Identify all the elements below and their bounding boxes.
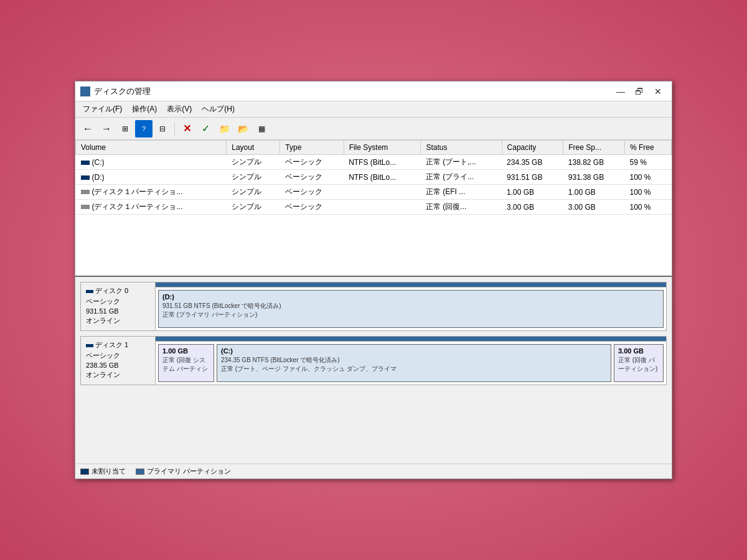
menu-bar: ファイル(F) 操作(A) 表示(V) ヘルプ(H) [75, 101, 672, 118]
col-freespace[interactable]: Free Sp... [563, 141, 625, 155]
title-bar: ディスクの管理 — 🗗 ✕ [75, 82, 672, 101]
col-status[interactable]: Status [421, 141, 502, 155]
col-capacity[interactable]: Capacity [502, 141, 563, 155]
view2-button[interactable]: ⊟ [154, 120, 171, 138]
close-button[interactable]: ✕ [649, 84, 667, 99]
col-pctfree[interactable]: % Free [625, 141, 672, 155]
cell-volume-0: (C:) [76, 155, 227, 170]
folder2-button[interactable]: 📂 [234, 120, 251, 138]
menu-view[interactable]: 表示(V) [162, 103, 197, 116]
cell-pctfree-0: 59 % [625, 155, 672, 170]
cell-type-1: ベーシック [280, 170, 344, 185]
disk1-name: ディスク 1 [86, 340, 150, 350]
cell-freespace-0: 138.82 GB [563, 155, 625, 170]
grid-button[interactable]: ▦ [253, 120, 270, 138]
cell-capacity-1: 931.51 GB [502, 170, 563, 185]
disk1-partition-recovery[interactable]: 3.00 GB 正常 (回復 パーティション) [614, 344, 664, 382]
cell-type-0: ベーシック [280, 155, 344, 170]
disk1-size: 238.35 GB [86, 362, 150, 369]
disk1-header-bar [156, 337, 666, 342]
cell-filesystem-0: NTFS (BitLo... [344, 155, 421, 170]
table-row[interactable]: (ディスク１パーティショ... シンプル ベーシック 正常 (EFI ... 1… [76, 185, 672, 200]
legend-primary: プライマリ パーティション [136, 467, 231, 476]
cell-status-0: 正常 (ブート,... [421, 155, 502, 170]
title-bar-left: ディスクの管理 [80, 86, 151, 97]
disk0-partition-d-info1: 931.51 GB NTFS (BitLocker で暗号化済み) [162, 302, 659, 310]
table-header-row: Volume Layout Type File System Status Ca… [76, 141, 672, 155]
disk-area: ディスク 0 ベーシック 931.51 GB オンライン (D:) 931.51… [75, 277, 672, 464]
separator1 [174, 122, 175, 136]
volume-table: Volume Layout Type File System Status Ca… [75, 140, 672, 215]
disk0-type: ベーシック [86, 297, 150, 306]
disk0-size: 931.51 GB [86, 307, 150, 315]
window-controls: — 🗗 ✕ [612, 84, 667, 99]
cell-capacity-2: 1.00 GB [502, 185, 563, 200]
cell-pctfree-2: 100 % [625, 185, 672, 200]
menu-file[interactable]: ファイル(F) [78, 103, 127, 116]
table-row[interactable]: (C:) シンプル ベーシック NTFS (BitLo... 正常 (ブート,.… [76, 155, 672, 170]
cell-filesystem-1: NTFS (BitLo... [344, 170, 421, 185]
col-filesystem[interactable]: File System [344, 141, 421, 155]
disk1-partition-c[interactable]: (C:) 234.35 GB NTFS (BitLocker で暗号化済み) 正… [217, 344, 611, 382]
help-button[interactable]: ? [135, 120, 153, 138]
disk0-panel: ディスク 0 ベーシック 931.51 GB オンライン (D:) 931.51… [80, 282, 667, 331]
disk1-recovery-title: 3.00 GB [618, 347, 659, 355]
toolbar: ← → ⊞ ? ⊟ ✕ ✓ 📁 📂 ▦ [75, 118, 672, 140]
cell-volume-3: (ディスク１パーティショ... [76, 200, 227, 215]
unallocated-swatch [80, 469, 89, 475]
disk1-type: ベーシック [86, 351, 150, 360]
disk1-partition-efi[interactable]: 1.00 GB 正常 (回復 システム パーティシ [158, 344, 214, 382]
cell-filesystem-2 [344, 185, 421, 200]
disk0-status: オンライン [86, 316, 150, 325]
cell-volume-1: (D:) [76, 170, 227, 185]
disk1-efi-title: 1.00 GB [162, 347, 210, 355]
cell-type-2: ベーシック [280, 185, 344, 200]
table-row[interactable]: (D:) シンプル ベーシック NTFS (BitLo... 正常 (プライ..… [76, 170, 672, 185]
cell-capacity-0: 234.35 GB [502, 155, 563, 170]
table-row[interactable]: (ディスク１パーティショ... シンプル ベーシック 正常 (回復... 3.0… [76, 200, 672, 215]
app-icon [80, 86, 90, 96]
cell-capacity-3: 3.00 GB [502, 200, 563, 215]
primary-label: プライマリ パーティション [147, 467, 231, 476]
cell-pctfree-3: 100 % [625, 200, 672, 215]
cell-layout-1: シンプル [227, 170, 280, 185]
check-button[interactable]: ✓ [197, 120, 214, 138]
folder1-button[interactable]: 📁 [215, 120, 233, 138]
cell-freespace-2: 1.00 GB [563, 185, 625, 200]
cell-freespace-3: 3.00 GB [563, 200, 625, 215]
cell-layout-0: シンプル [227, 155, 280, 170]
disk-list-button[interactable]: ⊞ [116, 120, 134, 138]
disk0-partitions: (D:) 931.51 GB NTFS (BitLocker で暗号化済み) 正… [156, 287, 666, 330]
cell-pctfree-1: 100 % [625, 170, 672, 185]
col-layout[interactable]: Layout [227, 141, 280, 155]
primary-swatch [136, 469, 144, 475]
disk0-header-bar [156, 282, 666, 287]
disk0-label: ディスク 0 ベーシック 931.51 GB オンライン [81, 282, 156, 330]
minimize-button[interactable]: — [612, 84, 629, 99]
disk0-partition-d-info2: 正常 (プライマリ パーティション) [162, 310, 659, 319]
legend-unallocated: 未割り当て [80, 467, 126, 476]
window-title: ディスクの管理 [94, 86, 151, 97]
disk1-c-title: (C:) [221, 347, 607, 355]
disk-management-window: ディスクの管理 — 🗗 ✕ ファイル(F) 操作(A) 表示(V) ヘルプ(H)… [75, 81, 672, 479]
restore-button[interactable]: 🗗 [631, 84, 648, 99]
disk1-panel: ディスク 1 ベーシック 238.35 GB オンライン 1.00 GB 正常 … [80, 336, 667, 385]
delete-button[interactable]: ✕ [178, 120, 195, 138]
back-button[interactable]: ← [79, 120, 96, 138]
cell-type-3: ベーシック [280, 200, 344, 215]
table-body: (C:) シンプル ベーシック NTFS (BitLo... 正常 (ブート,.… [76, 155, 672, 215]
disk0-icon [86, 290, 93, 293]
forward-button[interactable]: → [98, 120, 115, 138]
col-type[interactable]: Type [280, 141, 344, 155]
cell-layout-3: シンプル [227, 200, 280, 215]
cell-status-3: 正常 (回復... [421, 200, 502, 215]
col-volume[interactable]: Volume [76, 141, 227, 155]
disk0-partition-d[interactable]: (D:) 931.51 GB NTFS (BitLocker で暗号化済み) 正… [158, 290, 664, 328]
menu-action[interactable]: 操作(A) [127, 103, 162, 116]
menu-help[interactable]: ヘルプ(H) [197, 103, 240, 116]
disk1-status: オンライン [86, 370, 150, 380]
disk0-name: ディスク 0 [86, 286, 150, 296]
disk1-c-info2: 正常 (ブート、ページ ファイル、クラッシュ ダンプ、プライマ [221, 365, 607, 373]
disk1-partitions: 1.00 GB 正常 (回復 システム パーティシ (C:) 234.35 GB… [156, 342, 666, 385]
cell-layout-2: シンプル [227, 185, 280, 200]
